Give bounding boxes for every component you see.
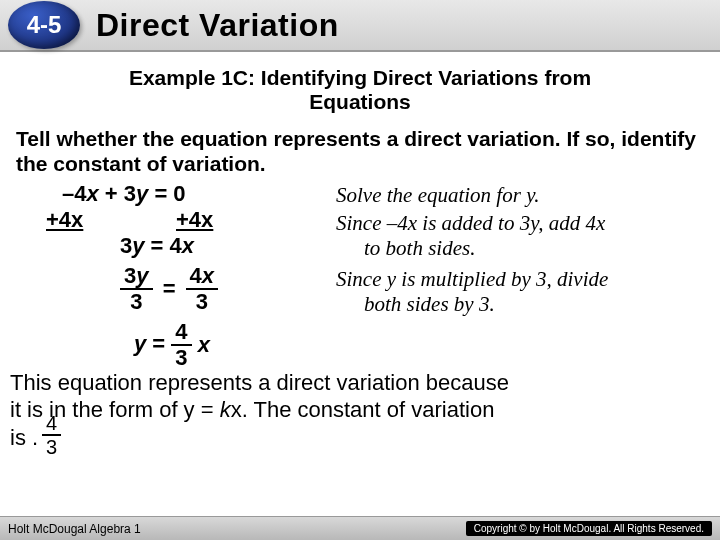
equation-step3: 3y3 = 4x3 (120, 265, 218, 313)
footer-book: Holt McDougal Algebra 1 (8, 522, 141, 536)
example-title: Example 1C: Identifying Direct Variation… (16, 66, 704, 114)
example-title-line1: Example 1C: Identifying Direct Variation… (129, 66, 591, 89)
section-badge: 4-5 (8, 1, 80, 49)
instruction-text: Tell whether the equation represents a d… (16, 126, 704, 176)
example-title-line2: Equations (309, 90, 411, 113)
add-right: +4x (176, 207, 213, 233)
section-number: 4-5 (27, 11, 62, 39)
note-solve: Solve the equation for y. (336, 183, 540, 208)
equation-final: y = 43 x (134, 321, 210, 369)
note-add: Since –4x is added to 3y, add 4x to both… (336, 211, 605, 261)
footer-copyright: Copyright © by Holt McDougal. All Rights… (466, 521, 712, 536)
note-divide: Since y is multiplied by 3, divide both … (336, 267, 608, 317)
footer: Holt McDougal Algebra 1 Copyright © by H… (0, 516, 720, 540)
conclusion: This equation represents a direct variat… (10, 369, 704, 452)
equation-original: –4x + 3y = 0 (62, 181, 186, 207)
header-bar: 4-5 Direct Variation (0, 0, 720, 52)
page-title: Direct Variation (96, 7, 339, 44)
work-area: –4x + 3y = 0 +4x +4x 3y = 4x 3y3 = 4x3 y… (16, 181, 704, 411)
content-area: Example 1C: Identifying Direct Variation… (0, 52, 720, 411)
add-left: +4x (46, 207, 83, 233)
equation-step2: 3y = 4x (120, 233, 194, 259)
